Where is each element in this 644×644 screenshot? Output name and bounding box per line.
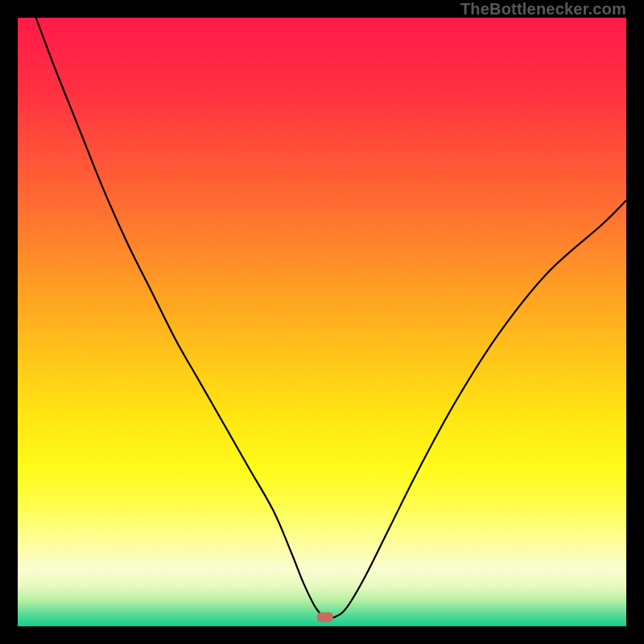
plot-area <box>18 18 626 626</box>
chart-frame: TheBottlenecker.com <box>0 0 644 644</box>
attribution-text: TheBottlenecker.com <box>460 0 626 19</box>
curve-layer <box>18 18 626 626</box>
minimum-marker <box>317 613 333 622</box>
bottleneck-curve <box>36 18 626 618</box>
